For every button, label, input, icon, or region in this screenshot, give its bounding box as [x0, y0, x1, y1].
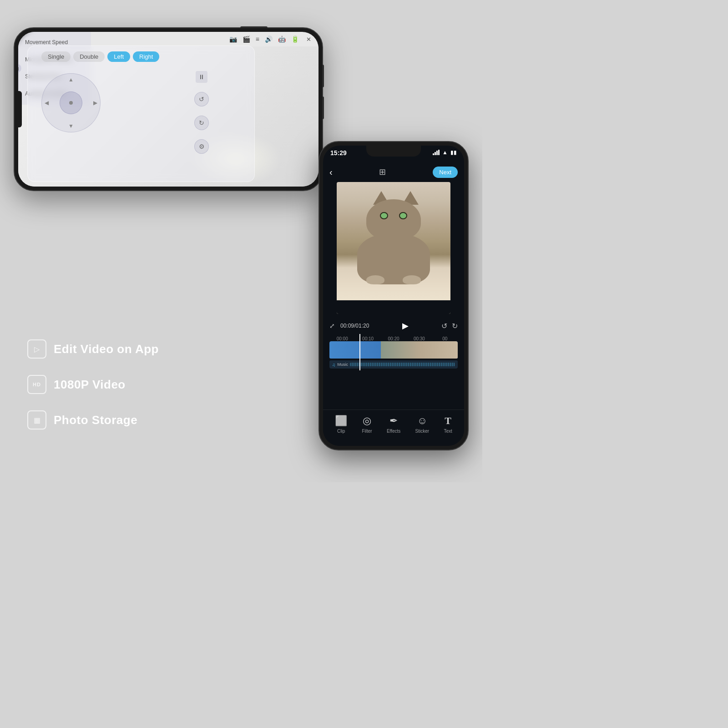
sticker-icon: ☺	[417, 415, 427, 427]
video-1080p-text: 1080P Video	[54, 378, 126, 392]
effects-icon: ✒	[389, 415, 398, 427]
play-button[interactable]: ▶	[402, 321, 409, 331]
video-preview	[337, 182, 450, 314]
joystick-outer: ▲ ▼ ◀ ▶	[41, 73, 101, 132]
toolbar-effects[interactable]: ✒ Effects	[387, 415, 400, 434]
layers-status-icon: ≡	[256, 35, 259, 43]
filter-label: Filter	[362, 429, 372, 434]
joystick-inner	[60, 91, 82, 114]
feature-1080p-video: HD 1080P Video	[27, 375, 159, 394]
camera-status-icon: 📷	[229, 35, 237, 43]
phone2-top-bar: ‹ ⊞ Next	[323, 162, 464, 182]
cat-eye-left	[380, 212, 388, 219]
signal-bar-2	[435, 152, 436, 155]
phone2-notch	[366, 146, 421, 157]
hd-text-icon: HD	[33, 382, 41, 387]
music-waveform	[350, 363, 455, 366]
toolbar-sticker[interactable]: ☺ Sticker	[415, 415, 430, 434]
text-label: Text	[444, 429, 452, 434]
photo-storage-icon: ▦	[27, 410, 46, 430]
pause-icon[interactable]: ⏸	[196, 71, 207, 83]
ruler-label-0: 00:00	[329, 336, 355, 341]
phone2-wrapper: 15:29 ▲ ▮▮ ‹ ⊞ Next	[318, 141, 469, 450]
robot-status-icon: 🤖	[278, 35, 286, 43]
timeline-controls: ⤢ 00:09/01:20 ▶ ↺ ↻	[323, 318, 464, 334]
toolbar-text[interactable]: T Text	[444, 415, 452, 434]
ruler-label-2: 00:20	[381, 336, 406, 341]
signal-bar-4	[438, 150, 440, 155]
filter-icon: ◎	[363, 415, 371, 427]
toolbar-clip[interactable]: ⬜ Clip	[335, 415, 347, 434]
video-clip-strip	[329, 341, 458, 359]
phone1-wrapper: 📷 🎬 ≡ 🔊 🤖 🔋 ✕ Single Double Left Right	[14, 27, 323, 191]
settings-small-icon[interactable]: ⚙	[194, 139, 209, 154]
video-dark-bottom	[337, 300, 450, 314]
wifi-icon: ▲	[442, 149, 448, 156]
video-thumbnail-strip	[381, 341, 458, 359]
timeline-strip[interactable]: ♫ Music	[329, 341, 458, 369]
small-controls-group: ⏸ ↺ ↻ ⚙	[194, 71, 209, 154]
cat-video-frame	[337, 182, 450, 314]
signal-bar-1	[433, 153, 434, 155]
cat-eye-right	[399, 212, 407, 219]
phone1-screen: 📷 🎬 ≡ 🔊 🤖 🔋 ✕ Single Double Left Right	[18, 32, 318, 187]
phone2-frame: 15:29 ▲ ▮▮ ‹ ⊞ Next	[318, 141, 469, 450]
feature-photo-storage: ▦ Photo Storage	[27, 410, 159, 430]
rotate-left-icon[interactable]: ↺	[194, 92, 209, 106]
right-mode-button[interactable]: Right	[133, 51, 159, 62]
phone1-side-button-top	[322, 65, 324, 87]
redo-button[interactable]: ↻	[452, 322, 458, 330]
playhead	[359, 334, 360, 370]
ruler-label-4: 00	[432, 336, 458, 341]
feature-list: ▷ Edit Video on App HD 1080P Video ▦ Pho…	[27, 339, 159, 446]
phone2-screen: 15:29 ▲ ▮▮ ‹ ⊞ Next	[323, 146, 464, 446]
collapse-panel-button[interactable]: ◀	[18, 64, 21, 73]
edit-video-icon: ▷	[27, 339, 46, 359]
grid-layout-icon: ⊞	[379, 167, 386, 177]
feature-edit-video: ▷ Edit Video on App	[27, 339, 159, 359]
cat-image	[353, 191, 435, 282]
arrow-left-icon: ◀	[45, 100, 49, 106]
back-button[interactable]: ‹	[329, 167, 333, 177]
double-mode-button[interactable]: Double	[73, 51, 105, 62]
cat-paw-left	[366, 275, 384, 284]
ruler-label-3: 00:30	[406, 336, 432, 341]
sticker-label: Sticker	[415, 429, 430, 434]
phone1-top-button	[240, 26, 268, 28]
joystick-area[interactable]: ▲ ▼ ◀ ▶	[41, 73, 101, 132]
phone1-status-bar: 📷 🎬 ≡ 🔊 🤖 🔋 ✕	[18, 32, 318, 46]
play-icon: ▷	[34, 345, 40, 354]
phone1-frame: 📷 🎬 ≡ 🔊 🤖 🔋 ✕ Single Double Left Right	[14, 27, 323, 191]
toolbar-filter[interactable]: ◎ Filter	[362, 415, 372, 434]
effects-label: Effects	[387, 429, 400, 434]
battery-icon: ▮▮	[450, 149, 457, 156]
joystick-dot	[69, 101, 73, 105]
cat-body	[357, 234, 430, 284]
phone1-side-button-bottom	[322, 96, 324, 119]
photo-storage-text: Photo Storage	[54, 413, 137, 427]
phone2-time: 15:29	[330, 149, 347, 157]
fullscreen-icon[interactable]: ⤢	[329, 322, 335, 329]
glass-control-panel: Single Double Left Right ▲ ▼ ◀ ▶	[27, 46, 255, 182]
hd-icon: HD	[27, 375, 46, 394]
music-note-icon: ♫	[332, 362, 336, 367]
rotate-right-icon[interactable]: ↻	[194, 116, 209, 130]
battery-status-icon: 🔋	[291, 35, 299, 43]
text-icon: T	[445, 415, 451, 427]
clip-label: Clip	[337, 429, 345, 434]
ruler-label-1: 00:10	[355, 336, 380, 341]
music-label: Music	[338, 362, 349, 367]
mode-button-group: Single Double Left Right	[41, 51, 254, 62]
left-mode-button[interactable]: Left	[107, 51, 130, 62]
close-icon: ✕	[306, 36, 311, 43]
timecode-display: 00:09/01:20	[340, 323, 369, 329]
phone2-toolbar: ⬜ Clip ◎ Filter ✒ Effects ☺ Sticker T	[323, 410, 464, 446]
single-mode-button[interactable]: Single	[41, 51, 71, 62]
undo-button[interactable]: ↺	[441, 322, 447, 330]
music-strip: ♫ Music	[329, 360, 458, 369]
cat-paw-right	[403, 275, 421, 284]
phone1-notch	[18, 91, 22, 127]
arrow-right-icon: ▶	[93, 100, 97, 106]
next-button[interactable]: Next	[433, 167, 458, 178]
sd-card-icon: ▦	[34, 416, 40, 425]
